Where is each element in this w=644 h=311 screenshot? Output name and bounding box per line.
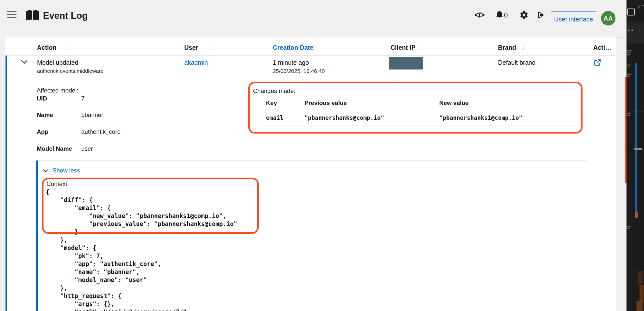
field-value-app: authentik_core bbox=[81, 128, 120, 135]
strip-dot bbox=[632, 30, 633, 31]
row-client-ip-redacted bbox=[389, 57, 423, 70]
field-label-uid: UID bbox=[37, 95, 47, 102]
event-log-book-icon bbox=[26, 8, 40, 22]
sort-icon-user[interactable]: ↕ bbox=[208, 44, 212, 51]
field-value-model-name: user bbox=[81, 145, 93, 152]
strip-section-box bbox=[626, 22, 644, 43]
window-layout-icon bbox=[627, 8, 635, 16]
field-label-model-name: Model Name bbox=[37, 145, 72, 152]
notification-count: 0 bbox=[504, 12, 508, 19]
changes-made-heading: Changes made: bbox=[253, 88, 295, 94]
strip-tiny-text bbox=[627, 74, 632, 75]
strip-dot bbox=[628, 30, 630, 31]
hamburger-menu-icon[interactable] bbox=[7, 11, 16, 20]
field-label-app: App bbox=[37, 128, 48, 135]
strip-tiny-text bbox=[627, 76, 630, 77]
sort-icon-client-ip[interactable]: ↕ bbox=[420, 44, 424, 51]
field-value-name: pbanner bbox=[81, 112, 103, 118]
open-event-share-icon[interactable] bbox=[594, 58, 602, 66]
show-less-toggle[interactable]: Show less bbox=[52, 167, 80, 174]
row-action[interactable]: Model updated bbox=[37, 59, 78, 66]
margin-divider bbox=[616, 38, 626, 38]
row-created-relative: 1 minute ago bbox=[273, 59, 309, 66]
field-label-name: Name bbox=[37, 112, 53, 118]
strip-rust-blob bbox=[636, 301, 642, 311]
sort-icon-creation-date-ascending[interactable]: ↑ bbox=[313, 44, 316, 51]
changes-column-previous: Previous value bbox=[304, 100, 347, 106]
row-expand-chevron-icon[interactable] bbox=[21, 60, 28, 64]
strip-tiny-text bbox=[627, 54, 631, 55]
field-value-uid: 7 bbox=[81, 95, 84, 102]
expanded-row-accent-border bbox=[6, 56, 7, 311]
top-header-bar: Event Log </> 0 User interface AA bbox=[0, 0, 644, 38]
strip-tiny-text bbox=[627, 115, 630, 116]
user-interface-button[interactable]: User interface bbox=[551, 11, 596, 27]
header-divider bbox=[7, 56, 616, 56]
changes-column-new: New value bbox=[439, 100, 468, 106]
column-header-creation-date[interactable]: Creation Date bbox=[273, 44, 314, 51]
strip-tiny-text bbox=[626, 226, 631, 227]
page-title: Event Log bbox=[43, 10, 88, 21]
context-json-code: { "diff": { "email": { "new_value": "pba… bbox=[46, 188, 237, 311]
annotation-line-right-edge bbox=[625, 77, 626, 183]
changes-row-key: email bbox=[266, 114, 283, 121]
avatar[interactable]: AA bbox=[601, 11, 616, 26]
api-code-icon[interactable]: </> bbox=[474, 10, 484, 20]
row-divider bbox=[7, 77, 616, 77]
column-header-actions: Acti… bbox=[593, 44, 611, 51]
sort-icon-action[interactable]: ↕ bbox=[66, 44, 70, 51]
strip-tiny-text bbox=[627, 52, 630, 53]
column-header-user[interactable]: User bbox=[184, 44, 198, 51]
changes-divider-bottom bbox=[260, 126, 578, 126]
strip-rust-blob bbox=[640, 285, 644, 302]
strip-brown-marker bbox=[635, 212, 638, 218]
affected-model-heading: Affected model: bbox=[37, 87, 78, 94]
context-label: Context bbox=[46, 180, 67, 188]
changes-row-previous-value: "pbannershanks@comp.io" bbox=[304, 114, 384, 121]
strip-gray-crossbar bbox=[634, 148, 642, 150]
strip-tiny-text bbox=[627, 113, 631, 114]
column-header-client-ip[interactable]: Client IP bbox=[390, 44, 416, 51]
strip-blue-bar bbox=[635, 63, 637, 212]
strip-tiny-text bbox=[627, 66, 630, 67]
column-header-brand[interactable]: Brand bbox=[498, 44, 516, 51]
changes-row-new-value: "pbannershanks1@comp.io" bbox=[439, 114, 522, 121]
changes-column-key: Key bbox=[266, 100, 277, 106]
row-app: authentik.events.middleware bbox=[37, 68, 104, 74]
strip-tiny-text bbox=[627, 50, 632, 51]
row-user-link[interactable]: akadmin bbox=[184, 59, 208, 66]
row-brand: Default brand bbox=[498, 59, 536, 66]
changes-divider-top bbox=[260, 110, 578, 110]
strip-tiny-text bbox=[626, 228, 630, 229]
column-header-action[interactable]: Action bbox=[37, 44, 56, 51]
settings-gear-icon[interactable] bbox=[520, 10, 528, 20]
event-log-page: Event Log </> 0 User interface AA Action… bbox=[0, 0, 644, 311]
sort-icon-brand[interactable]: ↕ bbox=[522, 44, 525, 51]
show-less-chevron-icon[interactable] bbox=[43, 169, 48, 172]
notification-bell-icon[interactable] bbox=[496, 10, 504, 20]
window-corner-outline bbox=[638, 6, 644, 24]
sign-out-icon[interactable] bbox=[536, 10, 546, 20]
row-created-absolute: 25/06/2025, 16:46:40 bbox=[273, 68, 325, 74]
strip-tiny-text bbox=[627, 64, 631, 65]
strip-rust-blob bbox=[638, 271, 642, 284]
context-card-accent-border bbox=[36, 160, 38, 311]
